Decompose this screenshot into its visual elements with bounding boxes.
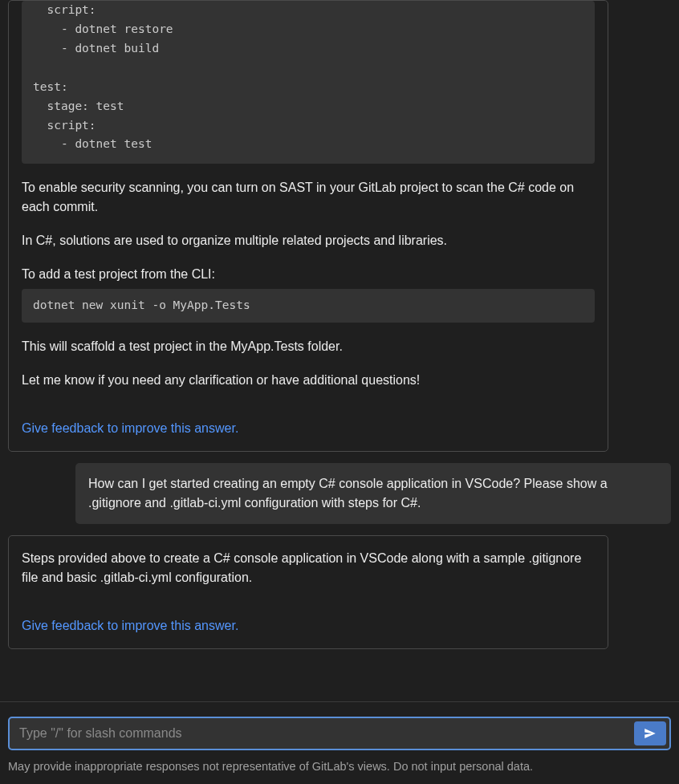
assistant-message: Steps provided above to create a C# cons… — [8, 535, 608, 649]
paragraph: This will scaffold a test project in the… — [22, 337, 595, 356]
paragraph: Steps provided above to create a C# cons… — [22, 549, 595, 587]
feedback-link[interactable]: Give feedback to improve this answer. — [22, 616, 238, 636]
paragraph: Let me know if you need any clarificatio… — [22, 371, 595, 390]
chat-input[interactable] — [10, 718, 631, 749]
paragraph: To add a test project from the CLI: — [22, 265, 595, 284]
assistant-message: script: - dotnet restore - dotnet build … — [8, 0, 608, 452]
send-button[interactable] — [634, 721, 666, 745]
disclaimer-text: May provide inappropriate responses not … — [8, 758, 671, 776]
paragraph: In C#, solutions are used to organize mu… — [22, 231, 595, 250]
input-area: May provide inappropriate responses not … — [0, 701, 679, 784]
input-bar — [8, 717, 671, 750]
send-icon — [643, 726, 657, 741]
paragraph: To enable security scanning, you can tur… — [22, 178, 595, 217]
code-block-yaml: script: - dotnet restore - dotnet build … — [22, 1, 595, 164]
user-message-text: How can I get started creating an empty … — [88, 477, 608, 510]
chat-container: script: - dotnet restore - dotnet build … — [0, 0, 679, 690]
code-block-inline: dotnet new xunit -o MyApp.Tests — [22, 289, 595, 323]
feedback-link[interactable]: Give feedback to improve this answer. — [22, 419, 238, 438]
user-message: How can I get started creating an empty … — [75, 463, 671, 524]
